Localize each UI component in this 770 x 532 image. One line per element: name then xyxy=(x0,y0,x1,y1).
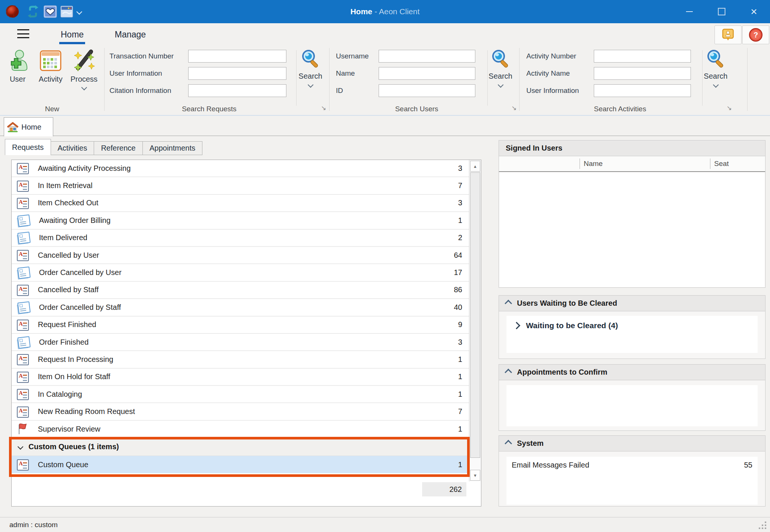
search-label: Search xyxy=(704,72,727,81)
request-queue-icon xyxy=(17,198,29,209)
column-name[interactable]: Name xyxy=(584,156,603,171)
ribbon-group-search-activities: Activity Number Activity Name User Infor… xyxy=(519,45,747,115)
queue-row[interactable]: Order Cancelled by Staff40 xyxy=(12,299,469,316)
scroll-up-button[interactable]: ▲ xyxy=(470,161,480,172)
list-scrollbar[interactable]: ▲ ▼ xyxy=(469,160,481,481)
ribbon-tab-home[interactable]: Home xyxy=(57,25,87,44)
new-activity-label: Activity xyxy=(39,75,62,84)
signed-in-users-column-header[interactable]: Name Seat xyxy=(499,156,765,172)
queue-row[interactable]: In Cataloging1 xyxy=(12,386,469,403)
queue-row[interactable]: Supervisor Review 1 xyxy=(12,421,469,438)
ribbon-tab-row: Home Manage ? xyxy=(0,23,770,45)
request-queue-icon xyxy=(17,459,29,471)
search-icon xyxy=(491,49,510,69)
queue-row[interactable]: Awaiting Activity Processing3 xyxy=(12,160,469,177)
collapse-chevron-icon xyxy=(505,440,512,447)
waiting-to-be-cleared-row[interactable]: Waiting to be Cleared (4) xyxy=(506,316,758,335)
system-header[interactable]: System xyxy=(499,436,765,451)
process-dropdown-icon[interactable] xyxy=(81,85,87,91)
search-activities-button[interactable]: Search xyxy=(697,49,734,105)
collapse-chevron-icon xyxy=(18,444,24,450)
collapse-chevron-icon xyxy=(505,369,512,376)
request-queue-icon xyxy=(17,406,29,418)
queue-row[interactable]: In Item Retrieval7 xyxy=(12,177,469,194)
search-dropdown-icon xyxy=(497,82,503,88)
queue-row[interactable]: Cancelled by Staff86 xyxy=(12,282,469,299)
resize-grip[interactable] xyxy=(765,528,766,529)
new-user-label: User xyxy=(10,75,25,84)
ribbon-group-search-users: Username Name ID Search Search Users ↘ xyxy=(329,45,519,115)
username-input[interactable] xyxy=(379,50,475,63)
id-input[interactable] xyxy=(379,84,475,97)
new-activity-icon xyxy=(39,49,62,72)
queue-row[interactable]: Order Cancelled by User17 xyxy=(12,264,469,281)
order-queue-icon xyxy=(17,336,30,349)
search-requests-dialog-launcher-icon[interactable]: ↘ xyxy=(321,105,326,111)
tab-appointments[interactable]: Appointments xyxy=(142,141,202,155)
column-seat[interactable]: Seat xyxy=(714,156,729,171)
ribbon-tab-manage[interactable]: Manage xyxy=(111,25,150,44)
new-activity-button[interactable]: Activity xyxy=(34,49,67,105)
search-users-button[interactable]: Search xyxy=(482,49,519,105)
queue-label: In Item Retrieval xyxy=(38,181,93,190)
maximize-button[interactable] xyxy=(706,0,738,23)
queue-row[interactable]: Item Delivered2 xyxy=(12,230,469,247)
status-user-label: admin : custom xyxy=(9,521,58,529)
queue-row[interactable]: Request In Processing1 xyxy=(12,351,469,368)
custom-queues-group-header[interactable]: Custom Queues (1 items) xyxy=(12,438,469,456)
activity-number-input[interactable] xyxy=(594,50,691,63)
queue-count: 3 xyxy=(443,338,464,347)
citation-information-input[interactable] xyxy=(188,84,286,97)
queue-count: 7 xyxy=(443,407,464,416)
tab-reference[interactable]: Reference xyxy=(94,141,142,155)
search-users-dialog-launcher-icon[interactable]: ↘ xyxy=(511,105,517,111)
queue-row[interactable]: Order Finished3 xyxy=(12,334,469,351)
about-button[interactable] xyxy=(715,25,742,44)
custom-queue-row-selected[interactable]: Custom Queue 1 xyxy=(12,456,469,473)
new-user-button[interactable]: User xyxy=(2,49,33,105)
queue-row[interactable]: Item On Hold for Staff1 xyxy=(12,369,469,386)
minimize-button[interactable] xyxy=(673,0,706,23)
order-queue-icon xyxy=(17,266,30,279)
tab-activities[interactable]: Activities xyxy=(51,141,94,155)
document-tab-home[interactable]: Home xyxy=(4,117,53,136)
window-title: Home- Aeon Client xyxy=(0,0,770,23)
document-tab-strip: Home xyxy=(0,116,770,136)
queue-row[interactable]: Awaiting Order Billing1 xyxy=(12,212,469,229)
search-dropdown-icon xyxy=(713,82,719,88)
appointments-header[interactable]: Appointments to Confirm xyxy=(499,365,765,380)
activity-name-input[interactable] xyxy=(594,67,691,80)
close-button[interactable]: × xyxy=(738,0,770,23)
transaction-number-input[interactable] xyxy=(188,50,286,63)
tab-requests[interactable]: Requests xyxy=(5,139,51,155)
queue-label: Awaiting Order Billing xyxy=(39,216,111,225)
scroll-down-button[interactable]: ▼ xyxy=(470,470,480,481)
name-input[interactable] xyxy=(379,67,475,80)
column-separator xyxy=(580,158,580,169)
queue-count: 3 xyxy=(443,164,464,173)
activity-user-information-input[interactable] xyxy=(594,84,691,97)
queue-row[interactable]: Cancelled by User64 xyxy=(12,247,469,264)
queue-count: 1 xyxy=(443,216,464,225)
search-icon xyxy=(301,49,320,69)
group-label-new: New xyxy=(0,105,104,113)
request-queue-icon xyxy=(17,354,29,365)
badge-icon xyxy=(721,28,735,42)
hamburger-menu-icon[interactable] xyxy=(17,29,29,38)
queue-row[interactable]: Item Checked Out3 xyxy=(12,195,469,212)
signed-in-users-header: Signed In Users xyxy=(499,140,765,156)
search-requests-button[interactable]: Search xyxy=(292,49,329,105)
signed-in-users-title: Signed In Users xyxy=(506,144,562,152)
queue-row[interactable]: New Reading Room Request7 xyxy=(12,403,469,420)
search-label: Search xyxy=(298,72,322,81)
help-button[interactable]: ? xyxy=(742,25,769,44)
email-messages-failed-row[interactable]: Email Messages Failed 55 xyxy=(506,457,758,473)
search-activities-dialog-launcher-icon[interactable]: ↘ xyxy=(727,105,732,111)
queue-count: 3 xyxy=(443,199,464,207)
new-process-button[interactable]: Process xyxy=(67,49,101,105)
queue-row[interactable]: Request Finished9 xyxy=(12,317,469,334)
request-queue-icon xyxy=(17,389,29,400)
scrollbar-thumb[interactable] xyxy=(470,172,480,458)
users-waiting-header[interactable]: Users Waiting to Be Cleared xyxy=(499,296,765,311)
user-information-input[interactable] xyxy=(188,67,286,80)
